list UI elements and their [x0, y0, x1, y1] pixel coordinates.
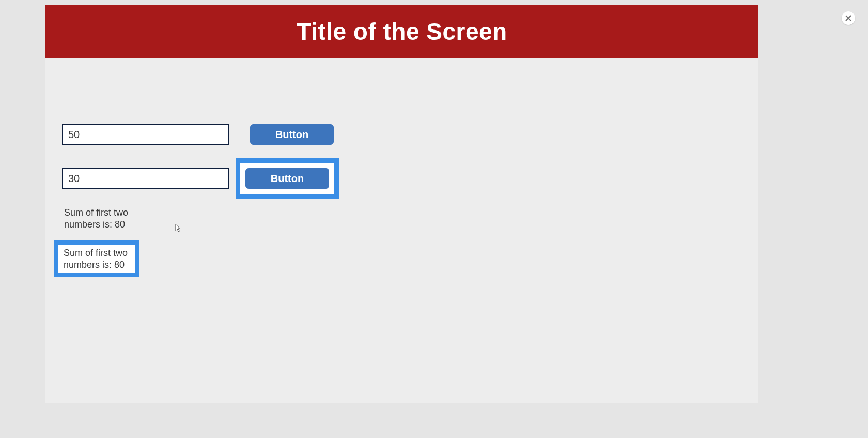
sum-result-text-highlighted: Sum of first two numbers is: 80 [64, 247, 131, 270]
sum-result-highlight-wrap: Sum of first two numbers is: 80 [54, 240, 140, 277]
sum-result-text: Sum of first two numbers is: 80 [64, 207, 142, 230]
first-number-input[interactable] [62, 124, 229, 145]
sum-result-value: 80 [115, 219, 125, 230]
close-button[interactable] [842, 11, 855, 25]
header-bar: Title of the Screen [45, 5, 758, 58]
button2-highlight-wrap: Button [236, 158, 339, 199]
button-1[interactable]: Button [250, 124, 334, 145]
mouse-cursor-icon [175, 224, 181, 232]
screen-panel: Title of the Screen Button Button Sum of… [45, 5, 758, 403]
button-2[interactable]: Button [245, 168, 329, 189]
second-number-input[interactable] [62, 168, 229, 189]
sum-result-value-hl: 80 [114, 260, 125, 270]
input-row-2: Button [62, 158, 339, 199]
page-title: Title of the Screen [297, 18, 507, 46]
content-area: Button Button Sum of first two numbers i… [45, 58, 758, 403]
close-icon [845, 14, 852, 22]
input-row-1: Button [62, 119, 339, 150]
button1-wrap: Button [245, 119, 339, 150]
